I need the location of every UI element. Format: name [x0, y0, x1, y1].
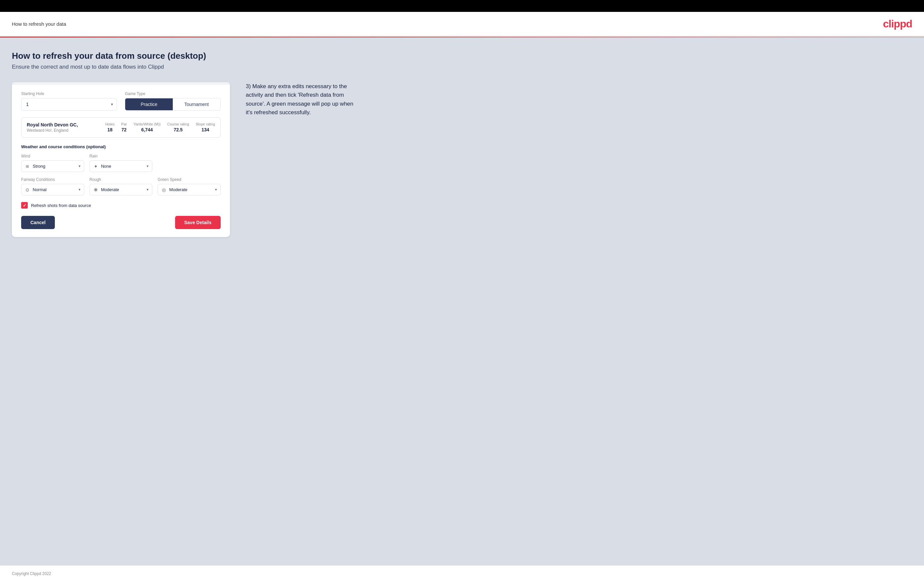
course-location: Westward Ho!, England [27, 128, 97, 133]
rain-condition: Rain ✦ None Light Heavy ▾ [89, 154, 153, 172]
stat-slope-rating-value: 134 [202, 127, 209, 132]
fairway-select-wrapper: ⊙ Normal Soft Firm ▾ [21, 184, 84, 195]
course-row: Royal North Devon GC, Westward Ho!, Engl… [21, 117, 221, 138]
game-type-toggle: Practice Tournament [125, 98, 221, 111]
green-speed-select-wrapper: ◎ Moderate Slow Fast ▾ [158, 184, 221, 195]
game-type-label: Game Type [125, 92, 221, 96]
tournament-button[interactable]: Tournament [173, 98, 220, 110]
wind-label: Wind [21, 154, 84, 158]
rough-label: Rough [89, 177, 153, 182]
wind-select[interactable]: Strong Light Calm [33, 161, 84, 172]
card-top-bar [12, 82, 230, 85]
stat-par: Par 72 [121, 122, 127, 133]
header-title: How to refresh your data [12, 21, 66, 27]
starting-hole-select[interactable]: 1 10 [21, 98, 117, 111]
starting-hole-label: Starting Hole [21, 92, 117, 96]
course-info: Royal North Devon GC, Westward Ho!, Engl… [27, 122, 97, 133]
refresh-checkbox-label: Refresh shots from data source [31, 203, 91, 208]
checkmark-icon: ✓ [23, 203, 26, 208]
green-speed-label: Green Speed [158, 177, 221, 182]
weather-section-title: Weather and course conditions (optional) [21, 144, 221, 149]
page-subheading: Ensure the correct and most up to date d… [12, 64, 912, 70]
stat-course-rating-value: 72.5 [174, 127, 183, 132]
stat-yards-label: Yards/White (M)) [134, 122, 160, 126]
wind-icon: ≋ [21, 161, 33, 172]
conditions-row-1: Wind ≋ Strong Light Calm ▾ Rain [21, 154, 221, 172]
conditions-row-2: Fairway Conditions ⊙ Normal Soft Firm ▾ … [21, 177, 221, 195]
header: How to refresh your data clippd [0, 12, 924, 37]
wind-condition: Wind ≋ Strong Light Calm ▾ [21, 154, 84, 172]
stat-par-value: 72 [121, 127, 127, 132]
green-speed-select[interactable]: Moderate Slow Fast [169, 184, 220, 195]
save-button[interactable]: Save Details [175, 216, 221, 229]
rain-label: Rain [89, 154, 153, 158]
starting-hole-group: Starting Hole 1 10 ▾ [21, 92, 117, 111]
rough-icon: ❋ [90, 185, 101, 195]
content-area: Starting Hole 1 10 ▾ Game Type Practice … [12, 82, 912, 237]
stat-par-label: Par [121, 122, 127, 126]
wind-select-wrapper: ≋ Strong Light Calm ▾ [21, 160, 84, 172]
rough-select[interactable]: Moderate Light Heavy [101, 184, 152, 195]
logo: clippd [883, 18, 912, 30]
fairway-icon: ⊙ [21, 185, 33, 195]
action-row: Cancel Save Details [21, 216, 221, 229]
top-bar [0, 0, 924, 12]
stat-yards: Yards/White (M)) 6,744 [134, 122, 160, 133]
green-speed-icon: ◎ [158, 185, 169, 195]
placeholder-condition [158, 154, 221, 172]
stat-holes-value: 18 [107, 127, 113, 132]
practice-button[interactable]: Practice [125, 98, 173, 110]
rain-select-wrapper: ✦ None Light Heavy ▾ [89, 160, 153, 172]
green-speed-condition: Green Speed ◎ Moderate Slow Fast ▾ [158, 177, 221, 195]
stat-course-rating-label: Course rating [167, 122, 189, 126]
stat-slope-rating: Slope rating 134 [195, 122, 215, 133]
main-content: How to refresh your data from source (de… [0, 38, 924, 566]
side-text: 3) Make any extra edits necessary to the… [246, 82, 358, 117]
stat-slope-rating-label: Slope rating [195, 122, 215, 126]
stat-holes: Holes 18 [105, 122, 115, 133]
rain-select[interactable]: None Light Heavy [101, 161, 152, 172]
stat-yards-value: 6,744 [141, 127, 153, 132]
form-card: Starting Hole 1 10 ▾ Game Type Practice … [12, 82, 230, 237]
checkbox-row: ✓ Refresh shots from data source [21, 202, 221, 209]
stat-course-rating: Course rating 72.5 [167, 122, 189, 133]
game-type-group: Game Type Practice Tournament [125, 92, 221, 111]
stat-holes-label: Holes [105, 122, 115, 126]
cancel-button[interactable]: Cancel [21, 216, 55, 229]
fairway-select[interactable]: Normal Soft Firm [33, 184, 84, 195]
form-row-top: Starting Hole 1 10 ▾ Game Type Practice … [21, 92, 221, 111]
footer: Copyright Clippd 2022 [0, 566, 924, 577]
page-heading: How to refresh your data from source (de… [12, 51, 912, 61]
starting-hole-select-wrapper: 1 10 ▾ [21, 98, 117, 111]
course-stats: Holes 18 Par 72 Yards/White (M)) 6,744 C… [105, 122, 215, 133]
refresh-checkbox[interactable]: ✓ [21, 202, 28, 209]
course-name: Royal North Devon GC, [27, 122, 97, 127]
fairway-label: Fairway Conditions [21, 177, 84, 182]
rough-select-wrapper: ❋ Moderate Light Heavy ▾ [89, 184, 153, 195]
rough-condition: Rough ❋ Moderate Light Heavy ▾ [89, 177, 153, 195]
rain-icon: ✦ [90, 161, 101, 172]
fairway-condition: Fairway Conditions ⊙ Normal Soft Firm ▾ [21, 177, 84, 195]
copyright-text: Copyright Clippd 2022 [12, 571, 51, 576]
